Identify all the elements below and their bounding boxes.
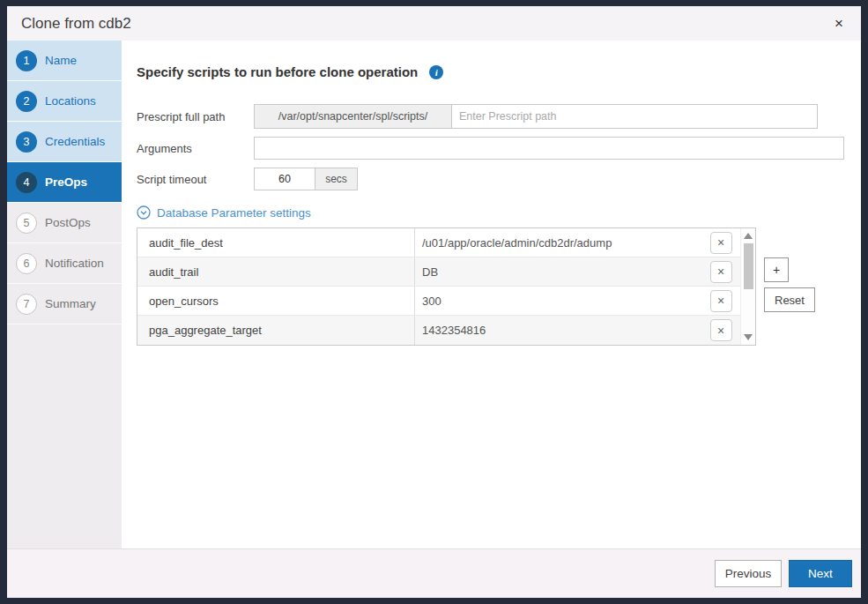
parameter-table: audit_file_dest /u01/app/oracle/admin/cd…: [137, 227, 756, 346]
step-label: Notification: [45, 257, 104, 270]
prescript-row: Prescript full path /var/opt/snapcenter/…: [137, 104, 861, 129]
sidebar-step-name[interactable]: 1 Name: [7, 41, 122, 81]
step-number-badge: 4: [16, 172, 37, 193]
next-button[interactable]: Next: [789, 560, 852, 587]
reset-parameters-button[interactable]: Reset: [764, 287, 815, 312]
arguments-label: Arguments: [137, 142, 254, 155]
delete-parameter-button[interactable]: ×: [710, 261, 732, 283]
sidebar-step-postops[interactable]: 5 PostOps: [7, 203, 122, 243]
chevron-down-circle-icon: [137, 205, 151, 220]
step-label: Summary: [45, 297, 96, 310]
dialog-window: Clone from cdb2 × 1 Name 2 Locations 3 C…: [0, 0, 868, 604]
parameter-value-cell: DB: [415, 257, 701, 286]
scrollbar-up-icon[interactable]: [744, 233, 753, 239]
parameter-name-cell: audit_file_dest: [137, 228, 415, 257]
table-row: pga_aggregate_target 1432354816 ×: [137, 316, 755, 345]
parameter-name-cell: open_cursors: [137, 287, 415, 315]
scrollbar-thumb[interactable]: [744, 243, 753, 289]
prescript-path-prefix: /var/opt/snapcenter/spl/scripts/: [254, 104, 452, 129]
timeout-label: Script timeout: [137, 173, 254, 186]
step-number-badge: 1: [16, 50, 37, 71]
parameter-table-zone: audit_file_dest /u01/app/oracle/admin/cd…: [137, 227, 861, 346]
database-parameter-settings-label: Database Parameter settings: [157, 206, 311, 220]
add-parameter-button[interactable]: +: [764, 257, 789, 282]
step-label: Locations: [45, 94, 96, 108]
parameter-value-cell: 1432354816: [415, 316, 701, 345]
parameter-name-cell: audit_trail: [137, 257, 415, 286]
table-row: audit_trail DB ×: [137, 257, 755, 287]
sidebar-step-summary[interactable]: 7 Summary: [7, 284, 122, 324]
previous-button[interactable]: Previous: [715, 560, 782, 587]
scrollbar-down-icon[interactable]: [744, 334, 753, 340]
clone-wizard-dialog: Clone from cdb2 × 1 Name 2 Locations 3 C…: [7, 6, 861, 598]
sidebar-step-locations[interactable]: 2 Locations: [7, 81, 122, 122]
delete-parameter-button[interactable]: ×: [710, 319, 732, 341]
timeout-unit: secs: [315, 168, 358, 190]
wizard-steps: 1 Name 2 Locations 3 Credentials 4 PreOp…: [7, 41, 122, 548]
preops-panel: Specify scripts to run before clone oper…: [122, 41, 861, 548]
step-number-badge: 3: [16, 131, 37, 153]
timeout-input[interactable]: [254, 168, 315, 190]
table-row: audit_file_dest /u01/app/oracle/admin/cd…: [137, 228, 755, 257]
step-label: PreOps: [45, 175, 87, 189]
sidebar-step-credentials[interactable]: 3 Credentials: [7, 122, 122, 162]
arguments-input[interactable]: [254, 137, 844, 160]
delete-parameter-button[interactable]: ×: [710, 290, 732, 312]
title-bar: Clone from cdb2 ×: [7, 6, 861, 41]
step-number-badge: 2: [16, 91, 37, 112]
step-label: PostOps: [45, 216, 91, 229]
arguments-row: Arguments: [137, 137, 861, 160]
database-parameter-settings-link[interactable]: Database Parameter settings: [137, 205, 311, 220]
footer-bar: Previous Next: [7, 548, 861, 598]
step-label: Credentials: [45, 135, 105, 148]
prescript-label: Prescript full path: [137, 110, 254, 123]
timeout-row: Script timeout secs: [137, 168, 861, 190]
panel-title: Specify scripts to run before clone oper…: [137, 64, 418, 79]
step-number-badge: 6: [16, 253, 37, 274]
dialog-title: Clone from cdb2: [21, 15, 131, 33]
parameter-value-cell: /u01/app/oracle/admin/cdb2dr/adump: [415, 228, 701, 257]
table-row: open_cursors 300 ×: [137, 287, 755, 316]
dialog-body: 1 Name 2 Locations 3 Credentials 4 PreOp…: [7, 41, 861, 548]
parameter-name-cell: pga_aggregate_target: [137, 316, 415, 345]
step-label: Name: [45, 54, 77, 67]
step-number-badge: 5: [16, 213, 37, 234]
prescript-path-input[interactable]: [452, 104, 818, 129]
panel-heading-row: Specify scripts to run before clone oper…: [137, 64, 861, 79]
sidebar-step-notification[interactable]: 6 Notification: [7, 243, 122, 284]
parameter-rows: audit_file_dest /u01/app/oracle/admin/cd…: [137, 228, 755, 345]
info-icon[interactable]: i: [429, 65, 443, 79]
table-side-buttons: + Reset: [764, 257, 815, 312]
parameter-value-cell: 300: [415, 287, 701, 315]
close-icon[interactable]: ×: [831, 14, 847, 33]
sidebar-step-preops[interactable]: 4 PreOps: [7, 162, 122, 203]
table-scrollbar[interactable]: [740, 228, 755, 345]
step-number-badge: 7: [16, 294, 37, 315]
delete-parameter-button[interactable]: ×: [710, 232, 732, 254]
